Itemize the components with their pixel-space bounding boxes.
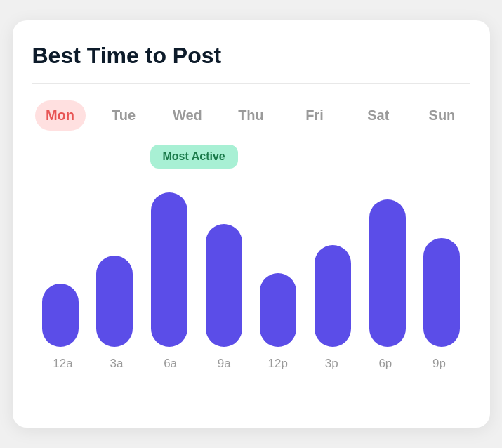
day-item-sun[interactable]: Sun — [416, 100, 467, 131]
bar-col-9p — [416, 238, 467, 347]
card-title: Best Time to Post — [32, 43, 470, 69]
time-label-12p: 12p — [253, 357, 303, 371]
time-label-6a: 6a — [145, 357, 196, 371]
most-active-badge: Most Active — [150, 145, 238, 169]
bar-col-6a — [144, 192, 194, 347]
divider — [32, 83, 470, 84]
day-item-tue[interactable]: Tue — [98, 100, 149, 131]
days-row: MonTueWedThuFriSatSun — [32, 100, 470, 131]
time-label-3p: 3p — [306, 357, 357, 371]
time-label-12a: 12a — [38, 357, 88, 371]
bars-container — [35, 150, 468, 347]
day-item-sat[interactable]: Sat — [353, 100, 404, 131]
bar-3p — [315, 245, 351, 347]
time-label-9p: 9p — [414, 357, 464, 371]
time-label-6p: 6p — [360, 357, 411, 371]
bar-col-12p — [253, 273, 303, 347]
bar-12a — [42, 284, 79, 347]
time-label-9a: 9a — [199, 357, 249, 371]
day-item-fri[interactable]: Fri — [289, 100, 340, 131]
day-item-mon[interactable]: Mon — [35, 100, 86, 131]
bar-col-6p — [362, 199, 413, 347]
bar-9p — [423, 238, 460, 347]
time-label-3a: 3a — [91, 357, 142, 371]
bar-col-12a — [35, 284, 86, 347]
bar-6p — [369, 199, 406, 347]
bar-col-3a — [89, 256, 140, 347]
day-item-wed[interactable]: Wed — [162, 100, 213, 131]
bar-col-3p — [308, 245, 358, 347]
chart-area: Most Active 12a3a6a9a12p3p6p9p — [32, 150, 470, 371]
bar-3a — [96, 256, 133, 347]
bar-col-9a — [199, 224, 249, 347]
bar-9a — [206, 224, 242, 347]
best-time-card: Best Time to Post MonTueWedThuFriSatSun … — [13, 20, 490, 428]
bar-12p — [260, 273, 296, 347]
time-labels: 12a3a6a9a12p3p6p9p — [35, 347, 468, 371]
bar-6a — [151, 192, 187, 347]
day-item-thu[interactable]: Thu — [225, 100, 276, 131]
